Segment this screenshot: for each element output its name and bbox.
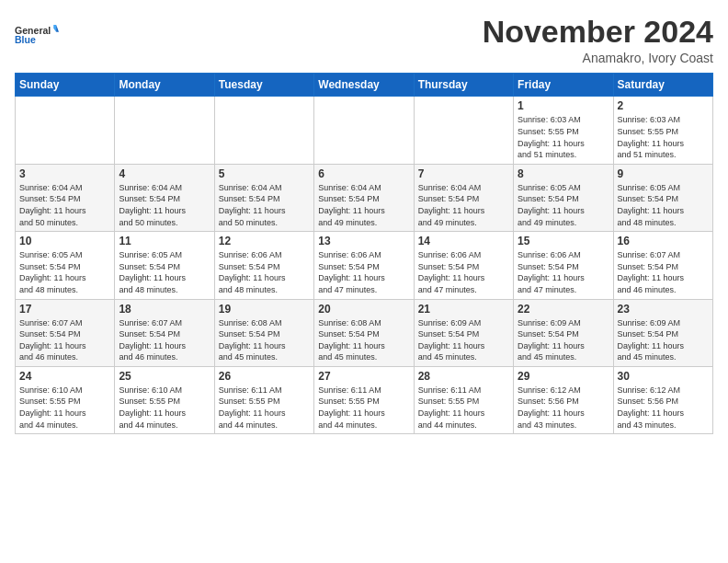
day-number: 25 [119, 370, 210, 383]
day-info: Sunrise: 6:09 AM Sunset: 5:54 PM Dayligh… [618, 317, 709, 363]
day-info: Sunrise: 6:09 AM Sunset: 5:54 PM Dayligh… [518, 317, 609, 363]
day-number: 18 [119, 303, 210, 316]
table-row: 25Sunrise: 6:10 AM Sunset: 5:55 PM Dayli… [115, 366, 214, 433]
day-info: Sunrise: 6:11 AM Sunset: 5:55 PM Dayligh… [219, 385, 310, 431]
day-info: Sunrise: 6:04 AM Sunset: 5:54 PM Dayligh… [19, 182, 110, 228]
table-row: 2Sunrise: 6:03 AM Sunset: 5:55 PM Daylig… [613, 97, 712, 164]
calendar-table: SundayMondayTuesdayWednesdayThursdayFrid… [15, 73, 713, 434]
day-info: Sunrise: 6:04 AM Sunset: 5:54 PM Dayligh… [119, 182, 210, 228]
table-row: 30Sunrise: 6:12 AM Sunset: 5:56 PM Dayli… [613, 366, 712, 433]
table-row: 26Sunrise: 6:11 AM Sunset: 5:55 PM Dayli… [214, 366, 313, 433]
day-info: Sunrise: 6:07 AM Sunset: 5:54 PM Dayligh… [19, 317, 110, 363]
day-number: 26 [219, 370, 310, 383]
day-info: Sunrise: 6:06 AM Sunset: 5:54 PM Dayligh… [418, 249, 509, 295]
day-info: Sunrise: 6:04 AM Sunset: 5:54 PM Dayligh… [418, 182, 509, 228]
calendar-week-2: 3Sunrise: 6:04 AM Sunset: 5:54 PM Daylig… [16, 164, 713, 231]
day-number: 14 [418, 235, 509, 247]
day-info: Sunrise: 6:05 AM Sunset: 5:54 PM Dayligh… [19, 249, 110, 295]
table-row: 23Sunrise: 6:09 AM Sunset: 5:54 PM Dayli… [613, 299, 712, 366]
day-info: Sunrise: 6:12 AM Sunset: 5:56 PM Dayligh… [518, 385, 609, 431]
location: Anamakro, Ivory Coast [483, 51, 713, 65]
day-number: 19 [219, 303, 310, 316]
table-row [314, 97, 414, 164]
svg-text:Blue: Blue [15, 34, 36, 45]
title-area: November 2024 Anamakro, Ivory Coast [483, 15, 713, 65]
day-number: 16 [618, 235, 709, 247]
month-title: November 2024 [483, 15, 713, 49]
table-row: 16Sunrise: 6:07 AM Sunset: 5:54 PM Dayli… [613, 232, 712, 299]
day-number: 20 [318, 303, 409, 316]
day-info: Sunrise: 6:11 AM Sunset: 5:55 PM Dayligh… [418, 385, 509, 431]
table-row: 6Sunrise: 6:04 AM Sunset: 5:54 PM Daylig… [314, 164, 414, 231]
day-number: 3 [19, 167, 110, 180]
table-row: 20Sunrise: 6:08 AM Sunset: 5:54 PM Dayli… [314, 299, 414, 366]
table-row: 17Sunrise: 6:07 AM Sunset: 5:54 PM Dayli… [16, 299, 115, 366]
header-day-friday: Friday [514, 74, 613, 97]
table-row: 5Sunrise: 6:04 AM Sunset: 5:54 PM Daylig… [214, 164, 313, 231]
day-number: 9 [618, 167, 709, 180]
day-info: Sunrise: 6:05 AM Sunset: 5:54 PM Dayligh… [119, 249, 210, 295]
day-number: 28 [418, 370, 509, 383]
table-row: 4Sunrise: 6:04 AM Sunset: 5:54 PM Daylig… [115, 164, 214, 231]
table-row: 27Sunrise: 6:11 AM Sunset: 5:55 PM Dayli… [314, 366, 414, 433]
day-number: 21 [418, 303, 509, 316]
day-number: 5 [219, 167, 310, 180]
table-row: 8Sunrise: 6:05 AM Sunset: 5:54 PM Daylig… [514, 164, 613, 231]
table-row: 13Sunrise: 6:06 AM Sunset: 5:54 PM Dayli… [314, 232, 414, 299]
header-day-tuesday: Tuesday [214, 74, 313, 97]
header-day-monday: Monday [115, 74, 214, 97]
day-info: Sunrise: 6:08 AM Sunset: 5:54 PM Dayligh… [318, 317, 409, 363]
table-row: 24Sunrise: 6:10 AM Sunset: 5:55 PM Dayli… [16, 366, 115, 433]
table-row [115, 97, 214, 164]
day-info: Sunrise: 6:06 AM Sunset: 5:54 PM Dayligh… [518, 249, 609, 295]
table-row: 19Sunrise: 6:08 AM Sunset: 5:54 PM Dayli… [214, 299, 313, 366]
table-row [414, 97, 513, 164]
logo-svg: General Blue [15, 15, 59, 55]
table-row: 22Sunrise: 6:09 AM Sunset: 5:54 PM Dayli… [514, 299, 613, 366]
logo: General Blue [15, 15, 59, 55]
table-row: 28Sunrise: 6:11 AM Sunset: 5:55 PM Dayli… [414, 366, 513, 433]
header-day-saturday: Saturday [613, 74, 712, 97]
day-number: 13 [318, 235, 409, 247]
day-info: Sunrise: 6:10 AM Sunset: 5:55 PM Dayligh… [19, 385, 110, 431]
header: General Blue November 2024 Anamakro, Ivo… [15, 15, 713, 65]
day-info: Sunrise: 6:11 AM Sunset: 5:55 PM Dayligh… [318, 385, 409, 431]
table-row: 9Sunrise: 6:05 AM Sunset: 5:54 PM Daylig… [613, 164, 712, 231]
svg-marker-2 [56, 25, 59, 32]
table-row [16, 97, 115, 164]
table-row: 3Sunrise: 6:04 AM Sunset: 5:54 PM Daylig… [16, 164, 115, 231]
table-row: 7Sunrise: 6:04 AM Sunset: 5:54 PM Daylig… [414, 164, 513, 231]
header-day-sunday: Sunday [16, 74, 115, 97]
header-day-thursday: Thursday [414, 74, 513, 97]
table-row [214, 97, 313, 164]
header-day-wednesday: Wednesday [314, 74, 414, 97]
day-info: Sunrise: 6:09 AM Sunset: 5:54 PM Dayligh… [418, 317, 509, 363]
day-number: 15 [518, 235, 609, 247]
calendar-week-1: 1Sunrise: 6:03 AM Sunset: 5:55 PM Daylig… [16, 97, 713, 164]
table-row: 15Sunrise: 6:06 AM Sunset: 5:54 PM Dayli… [514, 232, 613, 299]
day-number: 12 [219, 235, 310, 247]
day-info: Sunrise: 6:06 AM Sunset: 5:54 PM Dayligh… [318, 249, 409, 295]
table-row: 29Sunrise: 6:12 AM Sunset: 5:56 PM Dayli… [514, 366, 613, 433]
day-number: 22 [518, 303, 609, 316]
calendar-week-5: 24Sunrise: 6:10 AM Sunset: 5:55 PM Dayli… [16, 366, 713, 433]
day-info: Sunrise: 6:04 AM Sunset: 5:54 PM Dayligh… [219, 182, 310, 228]
day-number: 23 [618, 303, 709, 316]
day-number: 7 [418, 167, 509, 180]
day-number: 2 [618, 99, 709, 112]
day-info: Sunrise: 6:10 AM Sunset: 5:55 PM Dayligh… [119, 385, 210, 431]
day-info: Sunrise: 6:12 AM Sunset: 5:56 PM Dayligh… [618, 385, 709, 431]
day-number: 27 [318, 370, 409, 383]
calendar-week-3: 10Sunrise: 6:05 AM Sunset: 5:54 PM Dayli… [16, 232, 713, 299]
day-number: 24 [19, 370, 110, 383]
table-row: 10Sunrise: 6:05 AM Sunset: 5:54 PM Dayli… [16, 232, 115, 299]
day-number: 30 [618, 370, 709, 383]
day-number: 1 [518, 99, 609, 112]
table-row: 18Sunrise: 6:07 AM Sunset: 5:54 PM Dayli… [115, 299, 214, 366]
day-number: 8 [518, 167, 609, 180]
table-row: 21Sunrise: 6:09 AM Sunset: 5:54 PM Dayli… [414, 299, 513, 366]
day-number: 6 [318, 167, 409, 180]
day-info: Sunrise: 6:05 AM Sunset: 5:54 PM Dayligh… [618, 182, 709, 228]
table-row: 1Sunrise: 6:03 AM Sunset: 5:55 PM Daylig… [514, 97, 613, 164]
day-number: 29 [518, 370, 609, 383]
